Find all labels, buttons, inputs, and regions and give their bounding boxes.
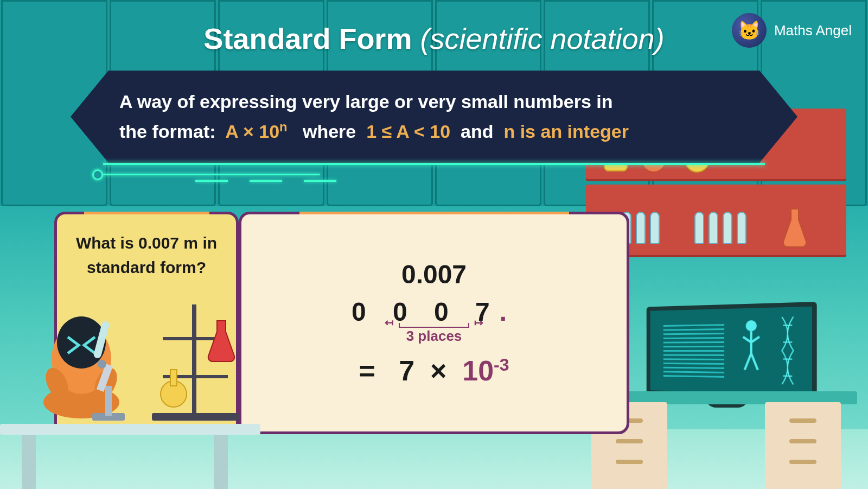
svg-rect-20 xyxy=(170,370,177,386)
places-label: 3 places xyxy=(406,328,462,345)
definition-prefix: the format: xyxy=(119,121,216,142)
svg-point-14 xyxy=(98,360,106,369)
page-title: Standard Form (scientific notation) xyxy=(0,22,868,55)
title-main: Standard Form xyxy=(203,22,412,55)
work-result: = 7 × 10-3 xyxy=(359,354,509,387)
definition-where: where xyxy=(303,121,356,142)
definition-and: and xyxy=(461,121,493,142)
question-text: What is 0.007 m in standard form? xyxy=(71,231,222,280)
circuit-decoration xyxy=(87,168,358,190)
microscope-icon xyxy=(87,359,130,424)
definition-banner: A way of expressing very large or very s… xyxy=(71,71,797,163)
definition-integer: n is an integer xyxy=(503,121,629,142)
answer-panel: 0.007 0 0 0 7. 3 places = 7 × 10-3 xyxy=(239,212,629,434)
definition-line1: A way of expressing very large or very s… xyxy=(119,91,613,112)
svg-rect-16 xyxy=(192,304,196,418)
work-original: 0.007 xyxy=(401,259,467,289)
definition-condition: 1 ≤ A < 10 xyxy=(366,121,450,142)
svg-point-4 xyxy=(746,320,757,332)
title-subtitle: (scientific notation) xyxy=(420,22,664,55)
definition-formula: A × 10n xyxy=(225,121,287,142)
monitor-icon xyxy=(647,302,817,399)
work-shifted: 0 0 0 7. xyxy=(352,297,516,327)
svg-rect-12 xyxy=(105,386,112,416)
lab-stand-icon xyxy=(146,299,244,424)
desk-left xyxy=(0,337,271,489)
